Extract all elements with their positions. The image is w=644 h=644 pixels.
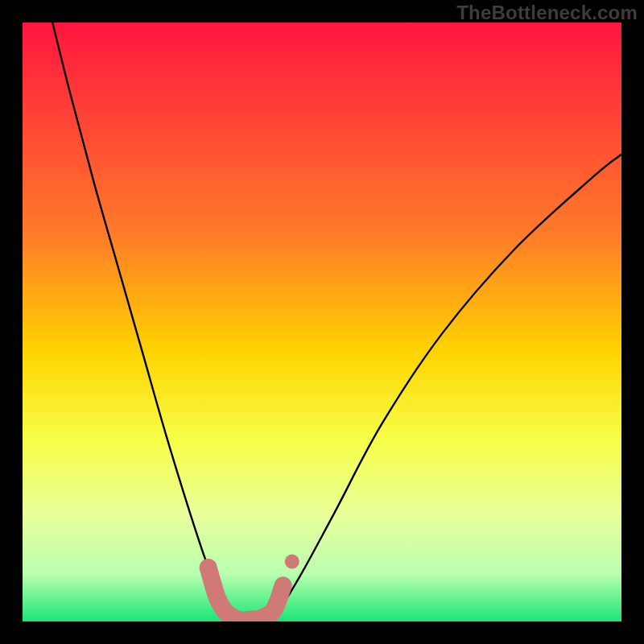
optimal-range-endpoint <box>285 555 299 569</box>
plot-area <box>23 23 621 621</box>
watermark-text: TheBottleneck.com <box>456 2 638 24</box>
gradient-background <box>23 23 621 621</box>
chart-frame: TheBottleneck.com <box>0 0 644 644</box>
bottleneck-chart <box>23 23 621 621</box>
